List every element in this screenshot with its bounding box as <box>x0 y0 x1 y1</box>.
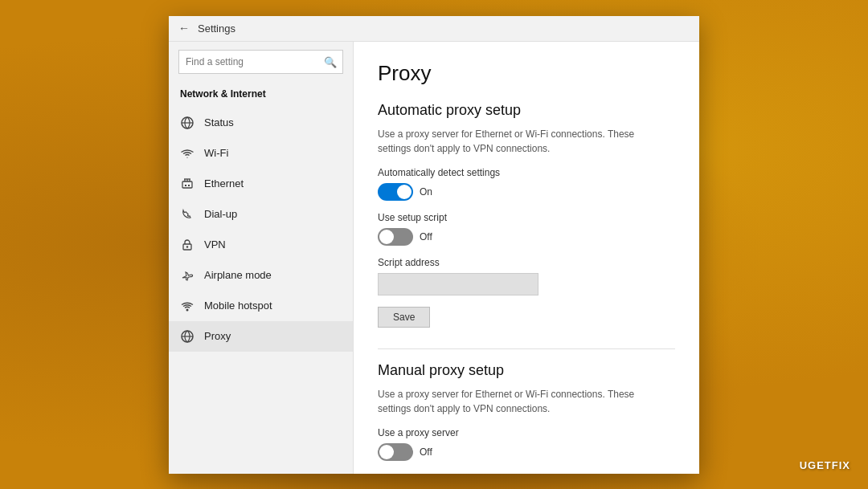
svg-rect-8 <box>188 185 190 186</box>
airplane-icon <box>180 268 194 283</box>
automatic-description: Use a proxy server for Ethernet or Wi-Fi… <box>378 127 643 156</box>
status-icon <box>180 116 194 130</box>
search-input[interactable] <box>178 50 343 74</box>
sidebar-item-dialup[interactable]: Dial-up <box>169 199 353 230</box>
setup-script-toggle[interactable] <box>378 228 413 246</box>
sidebar-item-proxy[interactable]: Proxy <box>169 321 353 352</box>
hotspot-icon <box>180 299 194 313</box>
title-bar: ← Settings <box>169 16 699 42</box>
search-icon: 🔍 <box>324 55 337 67</box>
setup-script-toggle-knob <box>379 230 394 244</box>
sidebar-item-status[interactable]: Status <box>169 108 353 138</box>
script-address-input[interactable] <box>378 273 538 295</box>
auto-detect-label: Automatically detect settings <box>378 167 675 178</box>
automatic-section-title: Automatic proxy setup <box>378 102 675 119</box>
auto-detect-toggle[interactable] <box>378 183 413 201</box>
manual-description: Use a proxy server for Ethernet or Wi-Fi… <box>378 387 643 416</box>
sidebar-section-label: Network & Internet <box>169 85 353 108</box>
sidebar-item-wifi[interactable]: Wi-Fi <box>169 138 353 169</box>
use-proxy-toggle-wrap: Off <box>378 443 675 461</box>
auto-detect-state: On <box>420 186 432 198</box>
wifi-icon <box>180 146 194 161</box>
back-button[interactable]: ← <box>178 22 190 35</box>
sidebar-item-vpn[interactable]: VPN <box>169 230 353 260</box>
address-label: Address <box>378 472 506 474</box>
section-divider <box>378 348 675 349</box>
sidebar-label-vpn: VPN <box>204 238 226 251</box>
sidebar-label-hotspot: Mobile hotspot <box>204 300 272 312</box>
sidebar-label-proxy: Proxy <box>204 330 231 342</box>
manual-section-title: Manual proxy setup <box>378 362 675 379</box>
svg-point-10 <box>186 246 188 247</box>
address-field-wrap: Address <box>378 472 506 474</box>
address-port-row: Address Port <box>378 472 675 474</box>
script-address-setting: Script address <box>378 257 675 295</box>
setup-script-label: Use setup script <box>378 212 675 223</box>
page-title: Proxy <box>378 61 675 86</box>
svg-rect-7 <box>185 185 186 186</box>
setup-script-state: Off <box>420 231 432 242</box>
use-proxy-label: Use a proxy server <box>378 427 675 438</box>
auto-detect-toggle-wrap: On <box>378 183 675 201</box>
setup-script-setting: Use setup script Off <box>378 212 675 246</box>
sidebar-label-ethernet: Ethernet <box>204 177 244 189</box>
use-proxy-toggle-knob <box>379 445 394 459</box>
proxy-icon <box>180 329 194 344</box>
sidebar-item-hotspot[interactable]: Mobile hotspot <box>169 291 353 321</box>
use-proxy-state: Off <box>420 446 432 458</box>
sidebar-label-dialup: Dial-up <box>204 208 237 220</box>
sidebar-label-airplane: Airplane mode <box>204 269 272 281</box>
use-proxy-setting: Use a proxy server Off <box>378 427 675 461</box>
port-label: Port <box>516 472 580 474</box>
sidebar-label-wifi: Wi-Fi <box>204 147 228 159</box>
svg-point-11 <box>186 308 189 311</box>
sidebar: 🔍 Network & Internet Status <box>169 42 354 474</box>
dialup-icon <box>180 207 194 222</box>
vpn-icon <box>180 238 194 252</box>
sidebar-item-ethernet[interactable]: Ethernet <box>169 169 353 199</box>
window-title: Settings <box>198 22 235 35</box>
watermark: UGETFIX <box>800 459 850 471</box>
script-address-label: Script address <box>378 257 675 268</box>
main-content: Proxy Automatic proxy setup Use a proxy … <box>354 42 699 474</box>
settings-window: ← Settings 🔍 Network & Internet Status <box>169 16 699 474</box>
search-box[interactable]: 🔍 <box>178 50 343 74</box>
sidebar-item-airplane[interactable]: Airplane mode <box>169 260 353 291</box>
use-proxy-toggle[interactable] <box>378 443 413 461</box>
sidebar-label-status: Status <box>204 116 234 128</box>
auto-detect-setting: Automatically detect settings On <box>378 167 675 201</box>
save-button[interactable]: Save <box>378 307 430 328</box>
ethernet-icon <box>180 177 194 191</box>
port-field-wrap: Port <box>516 472 580 474</box>
setup-script-toggle-wrap: Off <box>378 228 675 246</box>
svg-rect-2 <box>182 181 192 188</box>
auto-detect-toggle-knob <box>397 185 411 199</box>
window-body: 🔍 Network & Internet Status <box>169 42 699 474</box>
